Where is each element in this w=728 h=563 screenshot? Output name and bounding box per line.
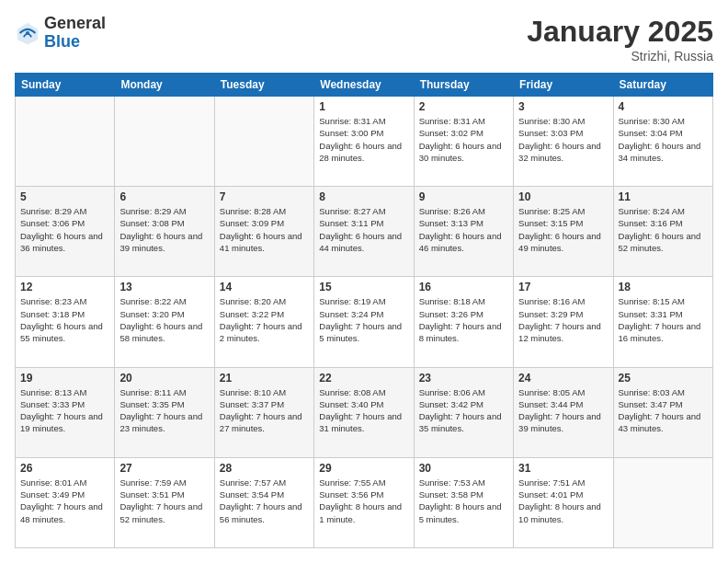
calendar-cell: 23Sunrise: 8:06 AMSunset: 3:42 PMDayligh… <box>414 367 513 457</box>
calendar-cell: 1Sunrise: 8:31 AMSunset: 3:00 PMDaylight… <box>314 97 414 187</box>
day-number: 12 <box>20 281 109 293</box>
day-number: 16 <box>419 281 508 293</box>
calendar-cell: 28Sunrise: 7:57 AMSunset: 3:54 PMDayligh… <box>214 457 313 547</box>
day-info: Sunrise: 8:29 AMSunset: 3:08 PMDaylight:… <box>119 205 209 254</box>
day-info: Sunrise: 8:19 AMSunset: 3:24 PMDaylight:… <box>319 295 408 344</box>
calendar-week-row: 5Sunrise: 8:29 AMSunset: 3:06 PMDaylight… <box>16 187 713 277</box>
title-block: January 2025 Strizhi, Russia <box>527 15 713 63</box>
calendar-week-row: 12Sunrise: 8:23 AMSunset: 3:18 PMDayligh… <box>16 277 713 367</box>
day-number: 30 <box>419 462 508 475</box>
day-number: 15 <box>319 281 408 293</box>
day-number: 25 <box>619 372 708 385</box>
calendar-cell: 7Sunrise: 8:28 AMSunset: 3:09 PMDaylight… <box>214 187 313 277</box>
day-number: 18 <box>619 281 708 293</box>
day-info: Sunrise: 8:10 AMSunset: 3:37 PMDaylight:… <box>220 386 309 435</box>
calendar-cell: 17Sunrise: 8:16 AMSunset: 3:29 PMDayligh… <box>514 277 613 367</box>
calendar-cell: 13Sunrise: 8:22 AMSunset: 3:20 PMDayligh… <box>115 277 214 367</box>
page: General Blue January 2025 Strizhi, Russi… <box>0 0 728 563</box>
day-number: 27 <box>119 462 209 475</box>
day-number: 20 <box>119 372 209 385</box>
day-number: 6 <box>119 190 209 203</box>
calendar-week-row: 26Sunrise: 8:01 AMSunset: 3:49 PMDayligh… <box>16 457 713 547</box>
day-number: 26 <box>20 462 109 475</box>
day-number: 7 <box>220 190 309 203</box>
calendar-cell: 6Sunrise: 8:29 AMSunset: 3:08 PMDaylight… <box>115 187 214 277</box>
calendar-cell: 10Sunrise: 8:25 AMSunset: 3:15 PMDayligh… <box>514 187 613 277</box>
calendar-cell: 21Sunrise: 8:10 AMSunset: 3:37 PMDayligh… <box>214 367 313 457</box>
calendar-header-tuesday: Tuesday <box>214 74 313 97</box>
calendar-cell <box>613 457 712 547</box>
calendar-cell: 24Sunrise: 8:05 AMSunset: 3:44 PMDayligh… <box>514 367 613 457</box>
logo: General Blue <box>15 15 106 52</box>
day-info: Sunrise: 8:31 AMSunset: 3:02 PMDaylight:… <box>419 115 508 164</box>
day-info: Sunrise: 8:06 AMSunset: 3:42 PMDaylight:… <box>419 386 508 435</box>
calendar-cell: 19Sunrise: 8:13 AMSunset: 3:33 PMDayligh… <box>16 367 115 457</box>
logo-text: General Blue <box>44 15 106 52</box>
calendar-cell: 30Sunrise: 7:53 AMSunset: 3:58 PMDayligh… <box>414 457 513 547</box>
day-info: Sunrise: 8:27 AMSunset: 3:11 PMDaylight:… <box>319 205 408 254</box>
logo-icon <box>15 20 40 46</box>
day-number: 1 <box>319 100 408 113</box>
day-number: 3 <box>518 100 608 113</box>
day-info: Sunrise: 7:59 AMSunset: 3:51 PMDaylight:… <box>119 477 209 525</box>
header: General Blue January 2025 Strizhi, Russi… <box>15 15 713 63</box>
day-number: 14 <box>220 281 309 293</box>
logo-general: General <box>44 15 106 33</box>
calendar-header-monday: Monday <box>115 74 214 97</box>
calendar-cell: 9Sunrise: 8:26 AMSunset: 3:13 PMDaylight… <box>414 187 513 277</box>
day-number: 21 <box>220 372 309 385</box>
calendar-header-wednesday: Wednesday <box>314 74 414 97</box>
calendar-header-saturday: Saturday <box>613 74 712 97</box>
day-info: Sunrise: 8:24 AMSunset: 3:16 PMDaylight:… <box>619 205 708 254</box>
logo-blue: Blue <box>44 33 106 52</box>
day-info: Sunrise: 8:16 AMSunset: 3:29 PMDaylight:… <box>518 295 608 344</box>
day-number: 4 <box>619 100 708 113</box>
day-info: Sunrise: 8:23 AMSunset: 3:18 PMDaylight:… <box>20 295 109 344</box>
calendar-header-thursday: Thursday <box>414 74 513 97</box>
day-info: Sunrise: 8:18 AMSunset: 3:26 PMDaylight:… <box>419 295 508 344</box>
svg-point-2 <box>26 31 29 35</box>
calendar-cell: 15Sunrise: 8:19 AMSunset: 3:24 PMDayligh… <box>314 277 414 367</box>
calendar-cell: 27Sunrise: 7:59 AMSunset: 3:51 PMDayligh… <box>115 457 214 547</box>
calendar-cell: 26Sunrise: 8:01 AMSunset: 3:49 PMDayligh… <box>16 457 115 547</box>
day-info: Sunrise: 8:11 AMSunset: 3:35 PMDaylight:… <box>119 386 209 435</box>
calendar-cell: 5Sunrise: 8:29 AMSunset: 3:06 PMDaylight… <box>16 187 115 277</box>
day-number: 29 <box>319 462 408 475</box>
day-number: 9 <box>419 190 508 203</box>
calendar-cell: 4Sunrise: 8:30 AMSunset: 3:04 PMDaylight… <box>613 97 712 187</box>
day-info: Sunrise: 8:03 AMSunset: 3:47 PMDaylight:… <box>619 386 708 435</box>
calendar-week-row: 19Sunrise: 8:13 AMSunset: 3:33 PMDayligh… <box>16 367 713 457</box>
calendar-cell: 22Sunrise: 8:08 AMSunset: 3:40 PMDayligh… <box>314 367 414 457</box>
day-number: 22 <box>319 372 408 385</box>
calendar-cell: 20Sunrise: 8:11 AMSunset: 3:35 PMDayligh… <box>115 367 214 457</box>
day-number: 28 <box>220 462 309 475</box>
calendar-cell: 11Sunrise: 8:24 AMSunset: 3:16 PMDayligh… <box>613 187 712 277</box>
day-info: Sunrise: 8:26 AMSunset: 3:13 PMDaylight:… <box>419 205 508 254</box>
location: Strizhi, Russia <box>527 49 713 63</box>
calendar: SundayMondayTuesdayWednesdayThursdayFrid… <box>15 73 713 548</box>
day-number: 10 <box>518 190 608 203</box>
day-number: 19 <box>20 372 109 385</box>
day-info: Sunrise: 8:29 AMSunset: 3:06 PMDaylight:… <box>20 205 109 254</box>
calendar-cell: 31Sunrise: 7:51 AMSunset: 4:01 PMDayligh… <box>514 457 613 547</box>
calendar-cell <box>214 97 313 187</box>
day-number: 24 <box>518 372 608 385</box>
day-info: Sunrise: 8:05 AMSunset: 3:44 PMDaylight:… <box>518 386 608 435</box>
day-info: Sunrise: 8:30 AMSunset: 3:04 PMDaylight:… <box>619 115 708 164</box>
day-info: Sunrise: 7:51 AMSunset: 4:01 PMDaylight:… <box>518 477 608 525</box>
day-info: Sunrise: 8:28 AMSunset: 3:09 PMDaylight:… <box>220 205 309 254</box>
calendar-cell: 14Sunrise: 8:20 AMSunset: 3:22 PMDayligh… <box>214 277 313 367</box>
calendar-cell: 29Sunrise: 7:55 AMSunset: 3:56 PMDayligh… <box>314 457 414 547</box>
day-number: 8 <box>319 190 408 203</box>
day-number: 13 <box>119 281 209 293</box>
calendar-cell: 3Sunrise: 8:30 AMSunset: 3:03 PMDaylight… <box>514 97 613 187</box>
calendar-cell: 8Sunrise: 8:27 AMSunset: 3:11 PMDaylight… <box>314 187 414 277</box>
day-info: Sunrise: 8:22 AMSunset: 3:20 PMDaylight:… <box>119 295 209 344</box>
day-number: 2 <box>419 100 508 113</box>
calendar-cell <box>115 97 214 187</box>
day-info: Sunrise: 8:13 AMSunset: 3:33 PMDaylight:… <box>20 386 109 435</box>
calendar-header-sunday: Sunday <box>16 74 115 97</box>
calendar-cell: 25Sunrise: 8:03 AMSunset: 3:47 PMDayligh… <box>613 367 712 457</box>
day-info: Sunrise: 7:57 AMSunset: 3:54 PMDaylight:… <box>220 477 309 525</box>
day-info: Sunrise: 8:08 AMSunset: 3:40 PMDaylight:… <box>319 386 408 435</box>
